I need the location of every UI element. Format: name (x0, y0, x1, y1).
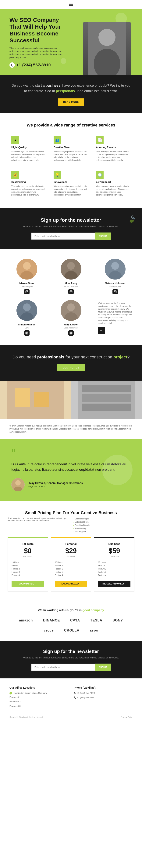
newsletter2-email-input[interactable] (31, 663, 95, 671)
footer-phone-2-row: 📞 +1 (234) 567 8 901 (74, 696, 133, 700)
hero-person-photo (83, 22, 131, 75)
pricing-right-feature-3: Free Hosting (73, 527, 134, 530)
svg-rect-39 (82, 404, 131, 411)
service-desc-4: Vitae enim eget posuere iaculis lobortis… (54, 185, 88, 196)
plan-feature-2-1: Feature 1 (98, 564, 131, 567)
team-grid-top: Nikola Stone Lead Designer Mike Perry Se… (8, 259, 134, 294)
newsletter-title: Sign up for the newsletter (11, 217, 131, 223)
intro-section: Do you want to start a business, have yo… (0, 75, 142, 113)
hero-title: We SEO Company That Will Help Your Busin… (9, 17, 64, 44)
plan-feature-1-0: 15 Users (55, 561, 87, 564)
cta-bold: professionals (37, 354, 64, 360)
svg-point-13 (70, 291, 72, 292)
svg-point-26 (27, 332, 28, 333)
team-instagram-1[interactable] (68, 289, 74, 294)
svg-rect-37 (82, 384, 131, 392)
plan-feature-1-3: Feature 3 (55, 570, 87, 574)
hero-content: We SEO Company That Will Help Your Busin… (0, 9, 72, 75)
pricing-feature-list: Unlimited PagesUnlimited HTMLFree Sub-Do… (73, 517, 134, 533)
team-instagram-bottom-1[interactable] (68, 330, 74, 336)
plan-feature-2-0: 15 Users (98, 561, 131, 564)
cta-text-part2: for your next construction (64, 354, 113, 360)
plan-name-0: For Team (11, 542, 44, 546)
svg-point-25 (26, 332, 28, 334)
footer-privacy-link[interactable]: Privacy Policy (121, 716, 133, 718)
newsletter2-form: SUBMIT (31, 663, 111, 671)
clients-text-2: with us, you're in (58, 609, 82, 612)
testimonial-author-name: - May Hawkes, General Manager Operations… (28, 482, 84, 485)
team-member-2: Natasha Johnson Photographer (96, 259, 134, 294)
service-icon-3: 💰 (11, 171, 19, 179)
services-section: We provide a wide range of creative serv… (0, 113, 142, 208)
svg-rect-12 (70, 290, 72, 293)
service-item-2: 📈 Amazing Results Vitae enim eget posuer… (94, 134, 133, 163)
client-logo-3: TESLA (88, 617, 105, 624)
read-more-button[interactable]: READ MORE (58, 98, 84, 105)
newsletter-submit-button[interactable]: SUBMIT (95, 232, 111, 240)
team-instagram-2[interactable] (112, 289, 118, 294)
cta-text: Do you need professionals for your next … (8, 354, 134, 360)
newsletter-section: 🍃 Sign up for the newsletter Want to be … (0, 208, 142, 249)
team-name-bottom-0: Simon Hudson (8, 323, 46, 326)
team-instagram-bottom-0[interactable] (24, 330, 30, 336)
portfolio-img-placeholder-1 (0, 381, 71, 419)
service-desc-2: Vitae enim eget posuere iaculis lobortis… (96, 150, 131, 162)
plan-feature-2-4: Feature 4 (98, 574, 131, 577)
team-arrow-button[interactable]: → (98, 327, 105, 334)
team-member-0: Nikola Stone Lead Designer (8, 259, 46, 294)
plan-price-1: $29 (55, 547, 87, 555)
intro-text-part1: Do you want to start a (11, 84, 46, 87)
plan-feature-0-3: Feature 3 (11, 570, 44, 574)
team-photo-0 (16, 259, 37, 280)
service-title-1: Creative Team (54, 146, 88, 149)
client-logo-4: SONY (110, 617, 125, 624)
footer-grid: Our Office Location: The Nexten Design S… (9, 686, 133, 709)
client-logo-7: asos (87, 627, 101, 633)
clients-section: When working with us, you're in good com… (0, 601, 142, 641)
clients-intro-text: When working with us, you're in good com… (8, 609, 134, 612)
service-icon-4: 💡 (54, 171, 61, 179)
plan-button-2[interactable]: Proceed Annually → (98, 581, 131, 587)
plan-button-1[interactable]: Renew Annually → (55, 581, 87, 587)
newsletter2-submit-button[interactable]: SUBMIT (95, 663, 111, 671)
service-item-1: 👥 Creative Team Vitae enim eget posuere … (52, 134, 90, 163)
portfolio-image-2 (71, 381, 142, 419)
pricing-left-text: Start using todo app as a strategy for y… (8, 517, 69, 533)
newsletter-email-input[interactable] (31, 232, 95, 240)
footer-office-name: The Nexten Design Studio Company. (13, 691, 47, 695)
hero-person-silhouette (83, 22, 131, 75)
pricing-section: Small Pricing Plan For Your Creative Bus… (0, 501, 142, 601)
intro-text: Do you want to start a business, have yo… (11, 83, 131, 94)
pricing-left-description: Start using todo app as a strategy for y… (8, 517, 69, 522)
team-bottom-row: Simon Hudson CEO Mary Larson Lead Accoun… (8, 300, 134, 336)
plan-feature-1-1: Feature 1 (55, 564, 87, 567)
testimonial-text-part1: Duis aute irure dolor in reprehenderit i… (11, 462, 111, 466)
service-icon-2: 📈 (96, 136, 104, 144)
service-icon-0: ★ (11, 136, 19, 144)
svg-rect-34 (15, 389, 30, 407)
service-desc-3: Vitae enim eget posuere iaculis lobortis… (11, 185, 46, 196)
team-role-bottom-0: CEO (8, 327, 46, 329)
svg-rect-35 (34, 392, 49, 407)
hero-phone-number: +1 (234) 567-8910 (16, 63, 51, 67)
svg-point-10 (67, 262, 75, 270)
pricing-right-feature-2: Free Sub-Domain (73, 524, 134, 527)
team-photo-1 (61, 259, 81, 280)
plan-feature-1-4: Feature 4 (55, 574, 87, 577)
newsletter2-section: Sign up for the newsletter Want to be th… (0, 641, 142, 678)
cta-highlight: project (113, 354, 127, 360)
team-photo-2 (105, 259, 126, 280)
footer-phone-icon-row: 📞 +1 (123) 456 7 890 (74, 691, 133, 695)
intro-bold-text: business (46, 84, 60, 87)
pricing-cards: For Team $0 Per Month 10 UsersFeature 1F… (8, 537, 134, 591)
team-name-2: Natasha Johnson (96, 282, 134, 285)
services-grid: ★ Hight Quality Vitae enim eget posuere … (9, 134, 133, 198)
clients-bold: working (47, 609, 58, 612)
contact-us-button[interactable]: CONTACT US (57, 364, 85, 371)
plan-button-0[interactable]: Upload Free → (11, 581, 44, 587)
team-instagram-0[interactable] (24, 289, 30, 294)
client-logo-1: BINANCE (41, 617, 62, 624)
location-icon (9, 692, 12, 694)
hamburger-menu[interactable] (68, 2, 74, 6)
service-title-3: Best Pricing (11, 181, 46, 183)
